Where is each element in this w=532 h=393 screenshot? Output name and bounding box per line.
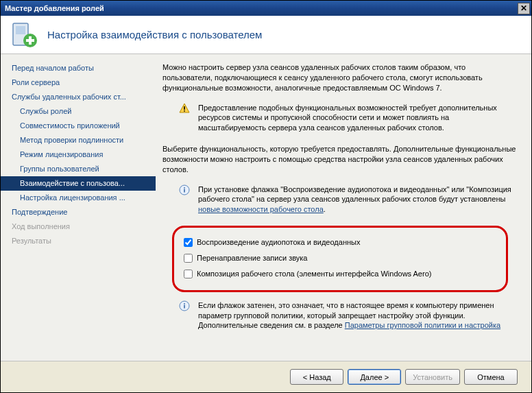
- highlighted-options-box: Воспроизведение аудиопотока и видеоданны…: [172, 226, 508, 292]
- server-roles-icon: [10, 21, 38, 49]
- svg-rect-8: [184, 189, 185, 192]
- sidebar-item-9[interactable]: Настройка лицензирования ...: [1, 191, 156, 205]
- main-area: Перед началом работыРоли сервераСлужбы у…: [1, 54, 531, 361]
- sidebar-item-0[interactable]: Перед началом работы: [1, 61, 156, 75]
- info1-text: При установке флажка "Воспроизведение ау…: [198, 184, 518, 215]
- sidebar-item-3[interactable]: Службы ролей: [1, 104, 156, 119]
- svg-rect-5: [184, 106, 185, 110]
- title-bar: Мастер добавления ролей ✕: [1, 1, 531, 16]
- sidebar-item-5[interactable]: Метод проверки подлинности: [1, 133, 156, 147]
- intro-paragraph: Можно настроить сервер узла сеансов удал…: [162, 62, 518, 93]
- warning-text: Предоставление подобных функциональных в…: [198, 103, 518, 134]
- info-notice-1: При установке флажка "Воспроизведение ау…: [162, 184, 518, 215]
- checkbox-1[interactable]: [184, 254, 193, 263]
- group-policy-link[interactable]: Параметры групповой политики и настройка: [345, 321, 500, 329]
- checkbox-2[interactable]: [184, 270, 193, 278]
- info2-text: Если флажок затенен, это означает, что в…: [198, 300, 518, 331]
- close-button[interactable]: ✕: [518, 3, 530, 14]
- checkbox-label-1: Перенаправление записи звука: [197, 253, 307, 263]
- warning-notice: Предоставление подобных функциональных в…: [162, 103, 518, 134]
- wizard-header: Настройка взаимодействия с пользователем: [1, 16, 531, 54]
- checkbox-0[interactable]: [184, 238, 193, 247]
- svg-rect-9: [184, 187, 185, 189]
- sidebar-item-10[interactable]: Подтверждение: [1, 205, 156, 219]
- info-icon: [179, 300, 190, 311]
- back-button[interactable]: < Назад: [290, 369, 343, 385]
- checkbox-row-0[interactable]: Воспроизведение аудиопотока и видеоданны…: [184, 235, 496, 250]
- window-title: Мастер добавления ролей: [5, 4, 104, 12]
- svg-rect-4: [26, 39, 34, 42]
- sidebar-item-7[interactable]: Группы пользователей: [1, 162, 156, 176]
- checkbox-row-2[interactable]: Композиция рабочего стола (элементы инте…: [184, 266, 496, 282]
- page-title: Настройка взаимодействия с пользователем: [47, 29, 262, 40]
- sidebar-item-8[interactable]: Взаимодействие с пользова...: [1, 176, 156, 191]
- checkbox-label-0: Воспроизведение аудиопотока и видеоданны…: [197, 237, 360, 248]
- checkbox-row-1[interactable]: Перенаправление записи звука: [184, 250, 496, 266]
- wizard-footer: < Назад Далее > Установить Отмена: [1, 361, 531, 392]
- svg-rect-1: [16, 26, 25, 34]
- info1-suffix: .: [324, 205, 326, 213]
- svg-rect-6: [184, 110, 185, 112]
- sidebar-item-4[interactable]: Совместимость приложений: [1, 119, 156, 133]
- select-paragraph: Выберите функциональность, которую требу…: [162, 144, 518, 175]
- checkbox-label-2: Композиция рабочего стола (элементы инте…: [197, 269, 431, 279]
- sidebar-item-12: Результаты: [1, 234, 156, 248]
- info-icon: [179, 184, 190, 195]
- content-panel: Можно настроить сервер узла сеансов удал…: [156, 54, 531, 361]
- sidebar-item-1[interactable]: Роли сервера: [1, 75, 156, 90]
- next-button[interactable]: Далее >: [348, 369, 401, 385]
- sidebar-item-2[interactable]: Службы удаленных рабочих ст...: [1, 90, 156, 104]
- sidebar-item-6[interactable]: Режим лицензирования: [1, 147, 156, 162]
- wizard-sidebar: Перед началом работыРоли сервераСлужбы у…: [1, 54, 156, 361]
- warning-icon: [179, 103, 190, 114]
- close-icon: ✕: [520, 3, 527, 13]
- info-notice-2: Если флажок затенен, это означает, что в…: [162, 300, 518, 331]
- cancel-button[interactable]: Отмена: [464, 369, 518, 385]
- sidebar-item-11: Ход выполнения: [1, 219, 156, 234]
- svg-rect-12: [184, 303, 185, 305]
- info1-prefix: При установке флажка "Воспроизведение ау…: [198, 185, 511, 204]
- install-button[interactable]: Установить: [405, 369, 460, 385]
- desktop-experience-link[interactable]: новые возможности рабочего стола: [198, 205, 324, 213]
- svg-rect-11: [184, 305, 185, 308]
